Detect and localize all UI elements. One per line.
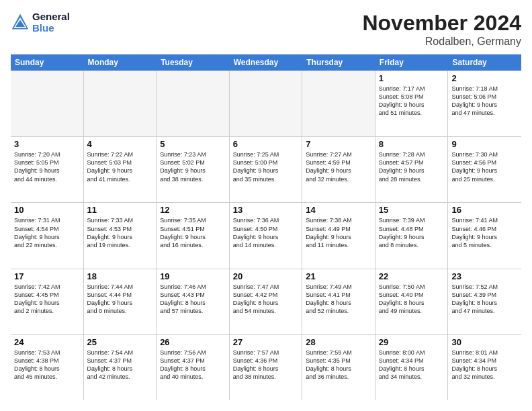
weekday-header: Monday: [84, 54, 157, 71]
calendar-cell: [230, 71, 303, 136]
title-block: November 2024 Rodalben, Germany: [362, 11, 521, 48]
day-info: Sunrise: 7:39 AM Sunset: 4:48 PM Dayligh…: [379, 216, 445, 249]
calendar-cell: 7Sunrise: 7:27 AM Sunset: 4:59 PM Daylig…: [302, 137, 375, 202]
day-number: 4: [87, 139, 153, 149]
calendar-row: 24Sunrise: 7:53 AM Sunset: 4:38 PM Dayli…: [11, 334, 521, 400]
day-number: 5: [160, 139, 226, 149]
calendar-cell: 11Sunrise: 7:33 AM Sunset: 4:53 PM Dayli…: [84, 203, 157, 268]
calendar-cell: 22Sunrise: 7:50 AM Sunset: 4:40 PM Dayli…: [375, 269, 449, 334]
day-number: 20: [233, 271, 299, 281]
day-number: 18: [87, 271, 153, 281]
calendar-row: 1Sunrise: 7:17 AM Sunset: 5:08 PM Daylig…: [11, 71, 521, 136]
day-info: Sunrise: 7:47 AM Sunset: 4:42 PM Dayligh…: [233, 283, 299, 316]
calendar-row: 17Sunrise: 7:42 AM Sunset: 4:45 PM Dayli…: [11, 269, 521, 334]
day-number: 26: [160, 337, 226, 347]
day-info: Sunrise: 7:31 AM Sunset: 4:54 PM Dayligh…: [14, 216, 80, 249]
calendar-cell: 13Sunrise: 7:36 AM Sunset: 4:50 PM Dayli…: [230, 203, 303, 268]
calendar-cell: 9Sunrise: 7:30 AM Sunset: 4:56 PM Daylig…: [448, 137, 521, 202]
day-number: 12: [160, 205, 226, 215]
calendar-cell: 27Sunrise: 7:57 AM Sunset: 4:36 PM Dayli…: [230, 335, 303, 400]
calendar-body: 1Sunrise: 7:17 AM Sunset: 5:08 PM Daylig…: [11, 71, 521, 400]
month-title: November 2024: [362, 11, 521, 36]
day-number: 10: [14, 205, 80, 215]
calendar-row: 3Sunrise: 7:20 AM Sunset: 5:05 PM Daylig…: [11, 136, 521, 202]
calendar-cell: 18Sunrise: 7:44 AM Sunset: 4:44 PM Dayli…: [84, 269, 157, 334]
calendar-cell: 16Sunrise: 7:41 AM Sunset: 4:46 PM Dayli…: [448, 203, 521, 268]
calendar-cell: 24Sunrise: 7:53 AM Sunset: 4:38 PM Dayli…: [11, 335, 84, 400]
page: General Blue November 2024 Rodalben, Ger…: [0, 0, 532, 411]
calendar-cell: 2Sunrise: 7:18 AM Sunset: 5:06 PM Daylig…: [448, 71, 521, 136]
calendar-cell: [302, 71, 375, 136]
day-number: 19: [160, 271, 226, 281]
calendar-cell: 5Sunrise: 7:23 AM Sunset: 5:02 PM Daylig…: [157, 137, 230, 202]
day-number: 22: [379, 271, 445, 281]
day-number: 30: [451, 337, 518, 347]
calendar-cell: 8Sunrise: 7:28 AM Sunset: 4:57 PM Daylig…: [375, 137, 449, 202]
calendar-cell: [157, 71, 230, 136]
day-number: 2: [451, 73, 518, 83]
day-number: 23: [451, 271, 518, 281]
logo-icon: [11, 13, 30, 32]
day-info: Sunrise: 7:56 AM Sunset: 4:37 PM Dayligh…: [160, 349, 226, 381]
day-info: Sunrise: 7:18 AM Sunset: 5:06 PM Dayligh…: [451, 85, 518, 118]
day-number: 25: [87, 337, 153, 347]
day-info: Sunrise: 7:54 AM Sunset: 4:37 PM Dayligh…: [87, 349, 153, 381]
day-number: 3: [14, 139, 80, 149]
day-number: 17: [14, 271, 80, 281]
calendar-cell: 26Sunrise: 7:56 AM Sunset: 4:37 PM Dayli…: [157, 335, 230, 400]
day-info: Sunrise: 7:49 AM Sunset: 4:41 PM Dayligh…: [306, 283, 371, 316]
weekday-header: Thursday: [302, 54, 375, 71]
day-info: Sunrise: 7:33 AM Sunset: 4:53 PM Dayligh…: [87, 216, 153, 249]
calendar-cell: 21Sunrise: 7:49 AM Sunset: 4:41 PM Dayli…: [302, 269, 375, 334]
day-info: Sunrise: 7:46 AM Sunset: 4:43 PM Dayligh…: [160, 283, 226, 316]
day-info: Sunrise: 7:42 AM Sunset: 4:45 PM Dayligh…: [14, 283, 80, 316]
day-info: Sunrise: 8:00 AM Sunset: 4:34 PM Dayligh…: [379, 349, 445, 381]
logo-text: General Blue: [32, 11, 70, 34]
day-info: Sunrise: 7:20 AM Sunset: 5:05 PM Dayligh…: [14, 150, 80, 183]
day-info: Sunrise: 7:25 AM Sunset: 5:00 PM Dayligh…: [233, 150, 299, 183]
calendar-cell: [11, 71, 84, 136]
day-info: Sunrise: 7:28 AM Sunset: 4:57 PM Dayligh…: [379, 150, 445, 183]
calendar-cell: 28Sunrise: 7:59 AM Sunset: 4:35 PM Dayli…: [302, 335, 375, 400]
calendar-cell: 4Sunrise: 7:22 AM Sunset: 5:03 PM Daylig…: [84, 137, 157, 202]
calendar-cell: 19Sunrise: 7:46 AM Sunset: 4:43 PM Dayli…: [157, 269, 230, 334]
calendar-cell: [84, 71, 157, 136]
weekday-header: Friday: [375, 54, 449, 71]
day-info: Sunrise: 7:27 AM Sunset: 4:59 PM Dayligh…: [306, 150, 371, 183]
day-info: Sunrise: 7:53 AM Sunset: 4:38 PM Dayligh…: [14, 349, 80, 381]
calendar-cell: 14Sunrise: 7:38 AM Sunset: 4:49 PM Dayli…: [302, 203, 375, 268]
day-number: 27: [233, 337, 299, 347]
weekday-header: Tuesday: [157, 54, 230, 71]
day-number: 9: [451, 139, 518, 149]
day-info: Sunrise: 7:22 AM Sunset: 5:03 PM Dayligh…: [87, 150, 153, 183]
day-info: Sunrise: 7:23 AM Sunset: 5:02 PM Dayligh…: [160, 150, 226, 183]
weekday-header: Saturday: [448, 54, 521, 71]
calendar-header: SundayMondayTuesdayWednesdayThursdayFrid…: [11, 54, 521, 71]
calendar-cell: 6Sunrise: 7:25 AM Sunset: 5:00 PM Daylig…: [230, 137, 303, 202]
weekday-header: Wednesday: [230, 54, 303, 71]
calendar-cell: 10Sunrise: 7:31 AM Sunset: 4:54 PM Dayli…: [11, 203, 84, 268]
calendar-row: 10Sunrise: 7:31 AM Sunset: 4:54 PM Dayli…: [11, 202, 521, 268]
day-info: Sunrise: 8:01 AM Sunset: 4:34 PM Dayligh…: [451, 349, 518, 381]
calendar: SundayMondayTuesdayWednesdayThursdayFrid…: [11, 54, 521, 400]
day-number: 11: [87, 205, 153, 215]
weekday-header: Sunday: [11, 54, 84, 71]
day-number: 28: [306, 337, 371, 347]
calendar-cell: 25Sunrise: 7:54 AM Sunset: 4:37 PM Dayli…: [84, 335, 157, 400]
calendar-cell: 1Sunrise: 7:17 AM Sunset: 5:08 PM Daylig…: [375, 71, 449, 136]
day-info: Sunrise: 7:52 AM Sunset: 4:39 PM Dayligh…: [451, 283, 518, 316]
day-number: 7: [306, 139, 371, 149]
day-number: 16: [451, 205, 518, 215]
day-info: Sunrise: 7:38 AM Sunset: 4:49 PM Dayligh…: [306, 216, 371, 249]
day-number: 21: [306, 271, 371, 281]
day-info: Sunrise: 7:57 AM Sunset: 4:36 PM Dayligh…: [233, 349, 299, 381]
day-info: Sunrise: 7:30 AM Sunset: 4:56 PM Dayligh…: [451, 150, 518, 183]
day-number: 24: [14, 337, 80, 347]
day-info: Sunrise: 7:17 AM Sunset: 5:08 PM Dayligh…: [379, 85, 445, 118]
day-number: 13: [233, 205, 299, 215]
day-info: Sunrise: 7:50 AM Sunset: 4:40 PM Dayligh…: [379, 283, 445, 316]
calendar-cell: 15Sunrise: 7:39 AM Sunset: 4:48 PM Dayli…: [375, 203, 449, 268]
day-number: 8: [379, 139, 445, 149]
calendar-cell: 30Sunrise: 8:01 AM Sunset: 4:34 PM Dayli…: [448, 335, 521, 400]
day-number: 6: [233, 139, 299, 149]
